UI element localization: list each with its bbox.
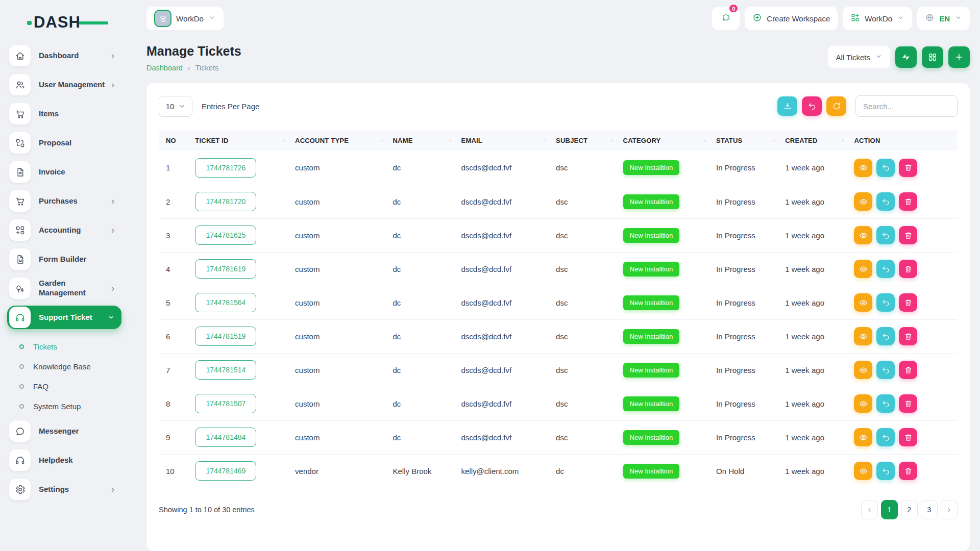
sidebar-item-purchases[interactable]: Purchases› [7, 189, 121, 213]
sidebar-item-label: Helpdesk [39, 456, 117, 465]
refresh-button[interactable] [826, 96, 846, 116]
next-page-button[interactable]: › [941, 500, 958, 519]
delete-ticket-button[interactable] [899, 462, 917, 480]
app-logo[interactable]: DASH [34, 12, 100, 33]
sort-icon[interactable]: ↑↓ [772, 138, 775, 143]
view-ticket-button[interactable] [854, 361, 872, 379]
page-button-2[interactable]: 2 [901, 500, 918, 519]
reply-ticket-button[interactable] [876, 327, 895, 345]
sidebar-item-form-builder[interactable]: Form Builder [7, 247, 121, 271]
sort-icon[interactable]: ↑↓ [448, 138, 451, 143]
delete-ticket-button[interactable] [899, 226, 917, 244]
column-header-created[interactable]: CREATED↑↓ [780, 130, 849, 151]
reply-ticket-button[interactable] [876, 260, 895, 278]
sidebar-subitem-tickets[interactable]: Tickets [19, 337, 121, 357]
column-header-category[interactable]: CATEGORY↑↓ [618, 130, 711, 151]
sidebar-item-helpdesk[interactable]: Helpdesk [7, 448, 121, 472]
sidebar-item-support-ticket[interactable]: Support Ticket› [7, 306, 121, 329]
delete-ticket-button[interactable] [899, 428, 917, 446]
view-ticket-button[interactable] [854, 260, 872, 278]
sidebar-subitem-knowledge-base[interactable]: Knowledge Base [19, 357, 121, 377]
view-ticket-button[interactable] [854, 327, 872, 345]
workdo-menu-button[interactable]: WorkDo [843, 7, 912, 30]
reply-ticket-button[interactable] [876, 361, 895, 379]
zendesk-sync-button[interactable] [895, 46, 917, 68]
ticket-id-button[interactable]: 1744781619 [195, 259, 256, 279]
create-ticket-button[interactable] [948, 46, 970, 68]
column-header-account-type[interactable]: ACCOUNT TYPE↑↓ [290, 130, 387, 151]
delete-ticket-button[interactable] [899, 159, 917, 177]
delete-ticket-button[interactable] [899, 361, 917, 379]
cell-no: 3 [159, 218, 190, 252]
create-workspace-button[interactable]: Create Workspace [745, 7, 838, 30]
sort-icon[interactable]: ↑↓ [282, 138, 285, 143]
page-button-3[interactable]: 3 [921, 500, 938, 519]
view-ticket-button[interactable] [854, 428, 872, 446]
sort-icon[interactable]: ↑↓ [380, 138, 383, 143]
delete-ticket-button[interactable] [899, 192, 917, 211]
sort-icon[interactable]: ↑↓ [543, 138, 546, 143]
sidebar-subitem-system-setup[interactable]: System Setup [19, 396, 121, 416]
sidebar-item-messenger[interactable]: Messenger [7, 419, 121, 443]
reply-ticket-button[interactable] [876, 293, 895, 312]
sidebar-subitem-faq[interactable]: FAQ [19, 377, 121, 396]
sidebar-item-garden-management[interactable]: Garden Management› [7, 277, 121, 300]
ticket-id-button[interactable]: 1744781469 [195, 461, 256, 481]
entries-per-page-select[interactable]: 10 [159, 96, 192, 117]
search-input[interactable] [855, 95, 958, 117]
trash-icon [904, 163, 913, 172]
reply-ticket-button[interactable] [876, 192, 895, 211]
sort-icon[interactable]: ↑↓ [703, 138, 706, 143]
reply-ticket-button[interactable] [876, 159, 895, 177]
ticket-id-button[interactable]: 1744781484 [195, 428, 256, 447]
view-ticket-button[interactable] [854, 159, 872, 177]
view-ticket-button[interactable] [854, 293, 872, 312]
grid-view-button[interactable] [922, 46, 943, 68]
column-header-status[interactable]: STATUS↑↓ [711, 130, 780, 151]
breadcrumb-dashboard-link[interactable]: Dashboard [146, 64, 183, 72]
sidebar-item-proposal[interactable]: Proposal [7, 131, 121, 155]
column-header-email[interactable]: EMAIL↑↓ [456, 130, 551, 151]
ticket-id-button[interactable]: 1744781519 [195, 327, 256, 346]
reply-ticket-button[interactable] [876, 394, 895, 413]
language-selector[interactable]: EN [917, 7, 970, 30]
delete-ticket-button[interactable] [899, 394, 917, 413]
ticket-id-button[interactable]: 1744781726 [195, 158, 256, 178]
reply-ticket-button[interactable] [876, 428, 895, 446]
ticket-id-button[interactable]: 1744781625 [195, 226, 256, 245]
messages-button[interactable]: 0 [712, 7, 740, 30]
sidebar-item-items[interactable]: Items [7, 102, 121, 126]
view-ticket-button[interactable] [854, 462, 872, 480]
ticket-filter-label: All Tickets [836, 53, 870, 62]
view-ticket-button[interactable] [854, 394, 872, 413]
workspace-selector[interactable]: WorkDo [146, 7, 224, 30]
ticket-id-button[interactable]: 1744781564 [195, 293, 256, 312]
sidebar-item-settings[interactable]: Settings› [7, 478, 121, 501]
view-ticket-button[interactable] [854, 192, 872, 211]
column-header-subject[interactable]: SUBJECT↑↓ [551, 130, 618, 151]
delete-ticket-button[interactable] [899, 293, 917, 312]
sort-icon[interactable]: ↑↓ [841, 138, 844, 143]
page-button-1[interactable]: 1 [881, 500, 898, 519]
delete-ticket-button[interactable] [899, 260, 917, 278]
reply-ticket-button[interactable] [876, 462, 895, 480]
sidebar-item-user-management[interactable]: User Management› [7, 73, 121, 96]
sort-icon[interactable]: ↑↓ [610, 138, 613, 143]
cell-created: 1 week ago [780, 151, 849, 185]
ticket-filter-dropdown[interactable]: All Tickets [828, 46, 890, 68]
ticket-id-button[interactable]: 1744781720 [195, 192, 256, 211]
sidebar-item-dashboard[interactable]: Dashboard› [7, 44, 121, 67]
previous-page-button[interactable]: ‹ [861, 500, 878, 519]
delete-ticket-button[interactable] [899, 327, 917, 345]
view-ticket-button[interactable] [854, 226, 872, 244]
ticket-id-button[interactable]: 1744781507 [195, 394, 256, 413]
export-button[interactable] [777, 96, 797, 116]
column-header-name[interactable]: NAME↑↓ [388, 130, 456, 151]
column-header-ticket-id[interactable]: TICKET ID↑↓ [190, 130, 290, 151]
reply-ticket-button[interactable] [876, 226, 895, 244]
sidebar-item-accounting[interactable]: Accounting› [7, 218, 121, 242]
sidebar-item-invoice[interactable]: Invoice [7, 160, 121, 184]
undo-button[interactable] [802, 96, 822, 116]
ticket-id-button[interactable]: 1744781514 [195, 360, 256, 380]
chat-icon [15, 426, 26, 437]
